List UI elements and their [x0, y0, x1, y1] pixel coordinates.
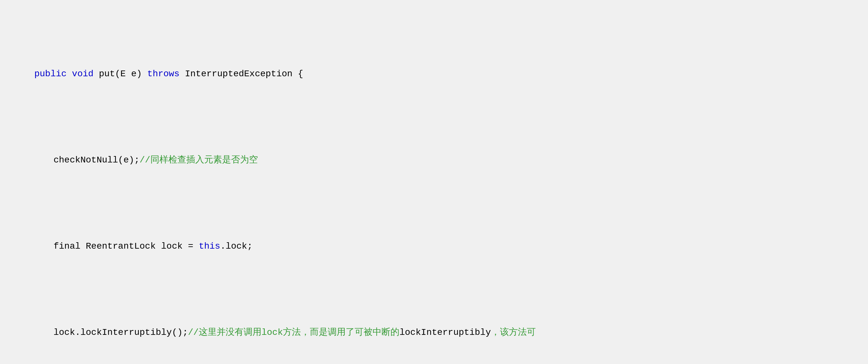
keyword-this: this	[199, 241, 220, 251]
code-line-1: public void put(E e) throws InterruptedE…	[13, 53, 855, 95]
code-line-2: checkNotNull(e);//同样检查插入元素是否为空	[13, 139, 855, 182]
keyword-void: void	[72, 69, 93, 79]
code-block: public void put(E e) throws InterruptedE…	[13, 9, 855, 364]
code-line-3: final ReentrantLock lock = this.lock;	[13, 225, 855, 268]
keyword-throws: throws	[147, 69, 180, 79]
code-line-4: lock.lockInterruptibly();//这里并没有调用lock方法…	[13, 311, 855, 354]
keyword-public: public	[34, 69, 67, 79]
